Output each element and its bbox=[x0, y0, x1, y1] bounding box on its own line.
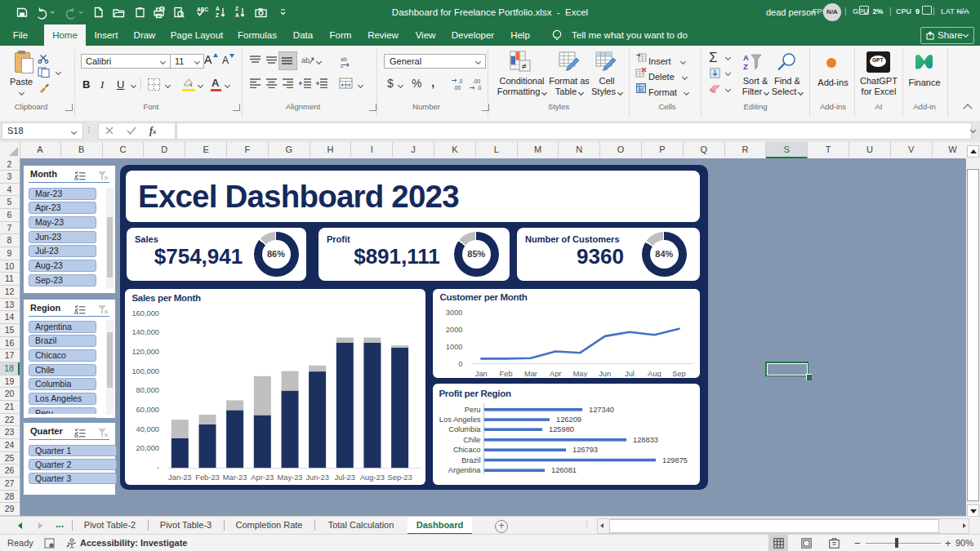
svg-text:Los Angeles: Los Angeles bbox=[439, 415, 480, 424]
svg-text:100,000: 100,000 bbox=[131, 367, 159, 375]
svg-text:126793: 126793 bbox=[572, 446, 598, 454]
svg-text:-: - bbox=[157, 464, 159, 472]
svg-text:Apr-23: Apr-23 bbox=[251, 473, 274, 482]
svg-text:128833: 128833 bbox=[633, 436, 658, 444]
svg-text:May-23: May-23 bbox=[277, 473, 302, 482]
svg-text:Sep: Sep bbox=[672, 370, 686, 377]
svg-text:Jan: Jan bbox=[474, 370, 487, 377]
svg-text:Z: Z bbox=[743, 62, 748, 71]
svg-text:20,000: 20,000 bbox=[136, 444, 159, 452]
svg-text:0: 0 bbox=[458, 360, 462, 368]
svg-text:A: A bbox=[743, 53, 749, 62]
svg-text:ab: ab bbox=[301, 56, 310, 64]
svg-text:Peru: Peru bbox=[464, 406, 480, 414]
svg-text:≠: ≠ bbox=[522, 61, 527, 71]
svg-text:.00: .00 bbox=[453, 85, 461, 91]
svg-text:Aug: Aug bbox=[648, 370, 662, 377]
svg-text:160,000: 160,000 bbox=[131, 309, 159, 318]
svg-text:140,000: 140,000 bbox=[131, 328, 159, 336]
svg-text:80,000: 80,000 bbox=[136, 386, 159, 394]
svg-text:Jul: Jul bbox=[625, 370, 635, 377]
svg-text:Argentina: Argentina bbox=[448, 466, 481, 474]
svg-text:Mar-23: Mar-23 bbox=[223, 473, 247, 482]
svg-text:ab: ab bbox=[341, 56, 347, 62]
svg-text:1000: 1000 bbox=[445, 343, 462, 351]
svg-text:125980: 125980 bbox=[549, 425, 574, 433]
svg-text:c: c bbox=[341, 63, 344, 68]
svg-text:120,000: 120,000 bbox=[131, 348, 159, 356]
svg-text:126209: 126209 bbox=[556, 415, 581, 424]
svg-text:40,000: 40,000 bbox=[136, 425, 159, 433]
svg-text:Sep-23: Sep-23 bbox=[388, 473, 412, 482]
svg-text:Chile: Chile bbox=[463, 436, 480, 444]
svg-text:3000: 3000 bbox=[445, 309, 462, 317]
svg-text:.0: .0 bbox=[477, 85, 482, 91]
svg-text:.0: .0 bbox=[458, 78, 463, 84]
svg-text:Columbia: Columbia bbox=[448, 425, 481, 433]
svg-text:2000: 2000 bbox=[445, 326, 462, 334]
svg-text:Feb-23: Feb-23 bbox=[195, 473, 219, 482]
svg-text:May: May bbox=[572, 370, 587, 377]
svg-text:127340: 127340 bbox=[589, 406, 614, 414]
svg-text:Apr: Apr bbox=[549, 370, 560, 377]
svg-text:Aug-23: Aug-23 bbox=[360, 473, 385, 482]
svg-text:Mar: Mar bbox=[523, 370, 537, 377]
svg-text:Jun-23: Jun-23 bbox=[305, 473, 328, 482]
svg-text:126081: 126081 bbox=[551, 466, 577, 474]
svg-text:Chicaco: Chicaco bbox=[452, 446, 480, 454]
svg-text:Feb: Feb bbox=[499, 370, 512, 377]
svg-text:Jun: Jun bbox=[599, 370, 611, 377]
svg-text:Jan-23: Jan-23 bbox=[168, 473, 191, 482]
svg-text:Jul-23: Jul-23 bbox=[335, 473, 355, 482]
svg-text:129875: 129875 bbox=[662, 456, 688, 464]
svg-text:Brazil: Brazil bbox=[461, 456, 480, 464]
svg-text:60,000: 60,000 bbox=[136, 406, 159, 414]
svg-text:.00: .00 bbox=[473, 78, 480, 84]
